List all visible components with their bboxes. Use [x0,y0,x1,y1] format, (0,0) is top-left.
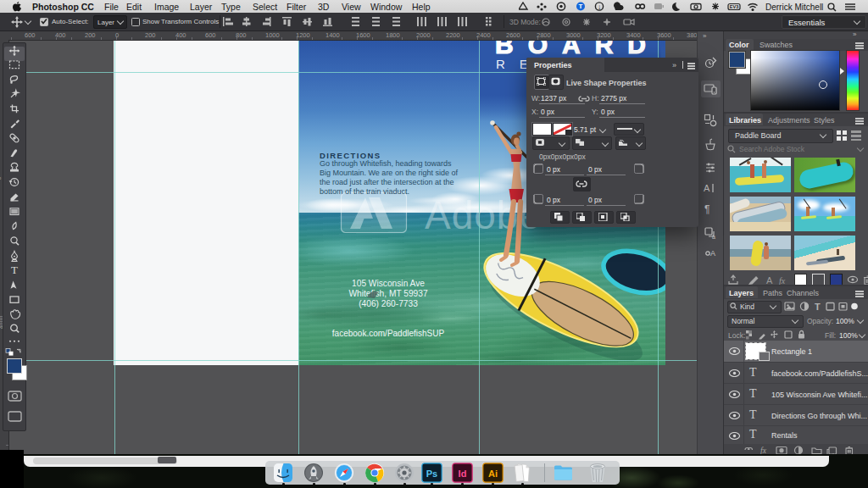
svg-text:A: A [710,249,715,258]
svg-text:EV3: EV3 [730,4,738,9]
svg-text:T: T [815,302,821,312]
svg-text:T: T [579,3,583,10]
svg-text:¶: ¶ [704,203,709,215]
svg-text:↓: ↓ [598,3,601,11]
svg-text:T: T [11,265,18,277]
svg-text:Id: Id [459,469,467,479]
svg-text:A: A [704,183,710,193]
svg-text:Ai: Ai [488,469,498,479]
svg-text:a: a [712,234,715,240]
svg-text:Ps: Ps [426,469,437,479]
